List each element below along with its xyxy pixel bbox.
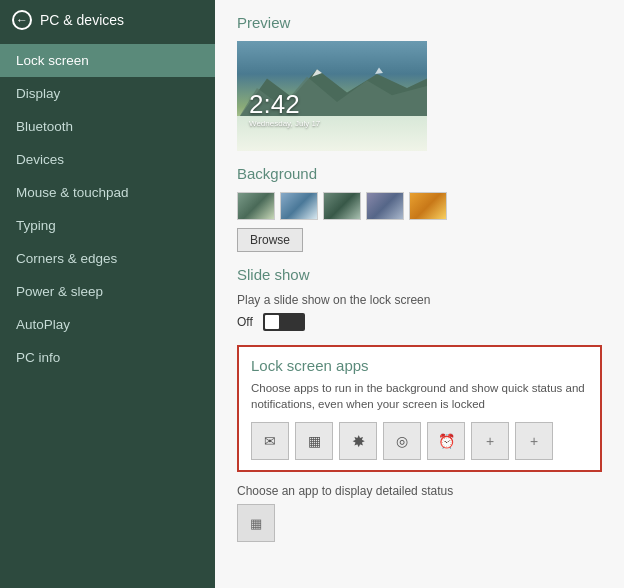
background-thumbnails — [237, 192, 602, 220]
bg-thumb-1[interactable] — [237, 192, 275, 220]
sidebar-item-bluetooth[interactable]: Bluetooth — [0, 110, 215, 143]
slideshow-toggle[interactable] — [263, 313, 305, 331]
back-icon[interactable]: ← — [12, 10, 32, 30]
preview-image: 2:42 Wednesday, July 17 — [237, 41, 427, 151]
sidebar-item-lock-screen[interactable]: Lock screen — [0, 44, 215, 77]
preview-time: 2:42 — [249, 89, 300, 120]
detailed-status-icon[interactable]: ▦ — [237, 504, 275, 542]
bg-thumb-4[interactable] — [366, 192, 404, 220]
detailed-status-label: Choose an app to display detailed status — [237, 484, 602, 498]
sidebar-item-display[interactable]: Display — [0, 77, 215, 110]
sidebar-item-mouse-touchpad[interactable]: Mouse & touchpad — [0, 176, 215, 209]
detailed-status-app-icon: ▦ — [250, 516, 262, 531]
slideshow-description: Play a slide show on the lock screen — [237, 293, 602, 307]
app-icon-add-1[interactable]: + — [471, 422, 509, 460]
sidebar-header[interactable]: ← PC & devices — [0, 0, 215, 40]
sidebar-item-pc-info[interactable]: PC info — [0, 341, 215, 374]
lock-apps-description: Choose apps to run in the background and… — [251, 380, 588, 412]
alarm-icon: ◎ — [396, 433, 408, 449]
main-content: Preview 2:42 Wednesday, July 17 Backgrou… — [215, 0, 624, 588]
sidebar-item-autoplay[interactable]: AutoPlay — [0, 308, 215, 341]
sidebar-item-power-sleep[interactable]: Power & sleep — [0, 275, 215, 308]
add-icon-2: + — [530, 433, 538, 449]
bg-thumb-3[interactable] — [323, 192, 361, 220]
bg-thumb-2[interactable] — [280, 192, 318, 220]
slideshow-section: Slide show Play a slide show on the lock… — [237, 266, 602, 331]
slideshow-toggle-row: Off — [237, 313, 602, 331]
browse-button[interactable]: Browse — [237, 228, 303, 252]
svg-marker-3 — [375, 67, 383, 74]
lock-apps-section: Lock screen apps Choose apps to run in t… — [237, 345, 602, 472]
lock-apps-title: Lock screen apps — [251, 357, 588, 374]
slideshow-title: Slide show — [237, 266, 602, 283]
app-icon-alarm[interactable]: ◎ — [383, 422, 421, 460]
app-icon-mail[interactable]: ✉ — [251, 422, 289, 460]
mail-icon: ✉ — [264, 433, 276, 449]
weather-icon: ✸ — [352, 432, 365, 451]
sidebar-item-typing[interactable]: Typing — [0, 209, 215, 242]
slideshow-toggle-label: Off — [237, 315, 253, 329]
sidebar-item-corners-edges[interactable]: Corners & edges — [0, 242, 215, 275]
sidebar-nav: Lock screen Display Bluetooth Devices Mo… — [0, 44, 215, 374]
app-icon-clock[interactable]: ⏰ — [427, 422, 465, 460]
clock-icon: ⏰ — [438, 433, 455, 449]
bg-thumb-5[interactable] — [409, 192, 447, 220]
app-icon-add-2[interactable]: + — [515, 422, 553, 460]
sidebar: ← PC & devices Lock screen Display Bluet… — [0, 0, 215, 588]
app-icon-weather[interactable]: ✸ — [339, 422, 377, 460]
background-title: Background — [237, 165, 602, 182]
toggle-knob — [265, 315, 279, 329]
calendar-icon: ▦ — [308, 433, 321, 449]
sidebar-title: PC & devices — [40, 12, 124, 28]
app-icon-calendar[interactable]: ▦ — [295, 422, 333, 460]
sidebar-item-devices[interactable]: Devices — [0, 143, 215, 176]
app-icons-row: ✉ ▦ ✸ ◎ ⏰ + + — [251, 422, 588, 460]
preview-date: Wednesday, July 17 — [249, 119, 320, 128]
preview-title: Preview — [237, 14, 602, 31]
add-icon-1: + — [486, 433, 494, 449]
